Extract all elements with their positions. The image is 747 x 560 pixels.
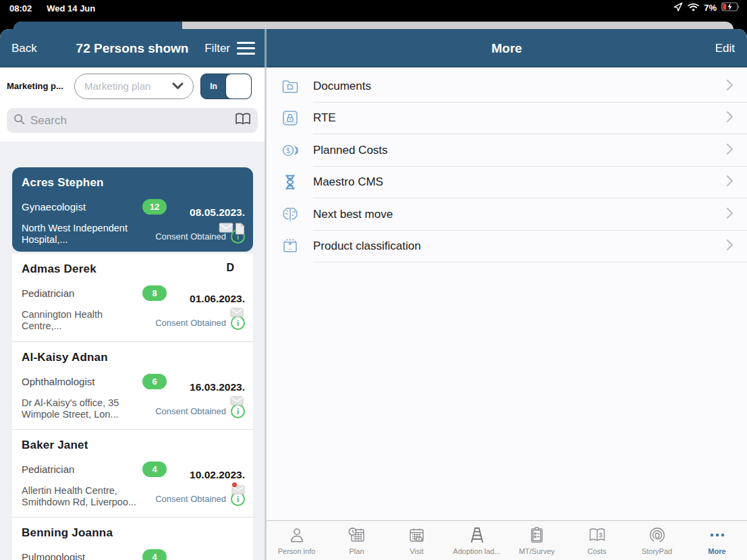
menu-hamburger-icon[interactable]: [237, 42, 255, 55]
more-menu-list: Documents: [267, 67, 747, 262]
fingerprint-icon: [648, 526, 666, 544]
menu-item-rte[interactable]: RTE: [267, 103, 747, 135]
marketing-plan-placeholder: Marketing plan: [84, 80, 172, 92]
tab-storypad[interactable]: StoryPad: [627, 521, 687, 560]
rte-lock-icon: [281, 109, 300, 128]
person-row-admas-derek[interactable]: D Admas Derek Pediatrician 8 Cannington …: [12, 254, 253, 341]
person-row-acres-stephen[interactable]: Acres Stephen Gynaecologist 12 North Wes…: [12, 167, 253, 252]
chevron-right-icon: [726, 143, 734, 158]
person-name: Benning Joanna: [22, 526, 244, 540]
section-index-letter: D: [226, 262, 234, 274]
tab-label: More: [708, 547, 725, 555]
envelope-notification-icon: [231, 485, 245, 497]
person-list: Acres Stephen Gynaecologist 12 North Wes…: [12, 167, 253, 560]
person-specialty: Ophthalmologist: [22, 376, 94, 387]
svg-text:$: $: [286, 147, 290, 155]
dna-icon: [281, 173, 300, 192]
envelope-icon: [230, 308, 244, 320]
search-row: [0, 105, 265, 142]
envelope-icon: [230, 396, 244, 408]
person-date: 08.05.2023.: [190, 206, 245, 219]
search-input[interactable]: [30, 114, 230, 128]
chevron-right-icon: [726, 207, 734, 222]
person-specialty: Pediatrician: [22, 287, 74, 299]
tab-mt-survey[interactable]: MT/Survey: [507, 521, 567, 560]
count-badge: 4: [142, 549, 167, 560]
menu-label: Documents: [313, 80, 371, 93]
tab-person-info[interactable]: Person info: [267, 521, 327, 560]
menu-item-planned-costs[interactable]: $ Planned Costs: [267, 134, 747, 167]
person-row-benning-joanna[interactable]: Benning Joanna Pulmonologist 4: [12, 517, 253, 560]
chevron-right-icon: [726, 79, 734, 94]
menu-label: RTE: [313, 111, 336, 125]
more-panel: More Edit Documents: [267, 29, 747, 560]
documents-folder-icon: [281, 77, 300, 96]
chevron-down-icon: [172, 80, 184, 92]
menu-item-documents[interactable]: Documents: [267, 70, 747, 103]
clipboard-icon: [528, 526, 545, 544]
wifi-icon: [688, 3, 699, 13]
chevron-right-icon: [726, 239, 734, 254]
person-specialty: Pulmonologist: [22, 551, 85, 560]
battery-charging-icon: [721, 2, 740, 13]
marketing-plan-filter-row: Marketing p... Marketing plan In: [0, 67, 265, 105]
person-list-panel: Back 72 Persons shown Filter Marketing p…: [0, 29, 265, 560]
more-title: More: [267, 41, 747, 56]
tab-label: Adoption lad...: [453, 547, 500, 555]
battery-percentage: 7%: [704, 3, 717, 13]
chevron-right-icon: [726, 111, 734, 125]
marketing-plan-label: Marketing p...: [7, 81, 74, 91]
menu-label: Next best move: [313, 208, 393, 221]
consent-status: Consent Obtained: [155, 406, 226, 416]
toggle-knob[interactable]: [226, 74, 251, 99]
person-name: Baker Janet: [22, 439, 244, 452]
menu-item-next-best-move[interactable]: Next best move: [267, 198, 747, 231]
book-dollar-icon: $: [588, 526, 607, 544]
tab-label: MT/Survey: [519, 547, 555, 555]
tab-more[interactable]: More: [687, 521, 747, 560]
person-icon: [288, 526, 306, 544]
calendar-eye-icon: [408, 526, 426, 544]
consent-status: Consent Obtained: [155, 231, 226, 242]
status-date: Wed 14 Jun: [47, 3, 95, 13]
person-list-header: Back 72 Persons shown Filter: [0, 29, 265, 67]
menu-label: Product classification: [313, 240, 421, 253]
search-box[interactable]: [7, 108, 258, 133]
document-icon: [235, 223, 245, 237]
edit-button[interactable]: Edit: [715, 42, 735, 55]
person-specialty: Pediatrician: [22, 464, 74, 475]
person-name: Al-Kaisy Adnan: [22, 351, 244, 364]
tab-plan[interactable]: Plan: [327, 521, 387, 560]
tab-costs[interactable]: $ Costs: [567, 521, 627, 560]
menu-label: Planned Costs: [313, 144, 388, 157]
app-window: Back 72 Persons shown Filter Marketing p…: [0, 29, 747, 560]
filter-button[interactable]: Filter: [204, 42, 230, 55]
marketing-plan-dropdown[interactable]: Marketing plan: [74, 74, 194, 99]
planned-costs-coin-icon: $: [281, 141, 300, 160]
address-book-icon[interactable]: [235, 113, 251, 128]
location-icon: [673, 2, 683, 13]
package-box-icon: [281, 237, 300, 256]
person-address: Dr Al-Kaisy's office, 35 Wimpole Street,…: [22, 397, 150, 420]
chevron-right-icon: [726, 175, 734, 190]
menu-label: Maestro CMS: [313, 175, 383, 189]
in-out-toggle[interactable]: In: [200, 74, 252, 99]
tab-label: Plan: [349, 547, 364, 555]
search-icon: [13, 113, 26, 128]
tab-label: Costs: [587, 547, 606, 555]
menu-item-product-classification[interactable]: Product classification: [267, 231, 747, 263]
menu-item-maestro-cms[interactable]: Maestro CMS: [267, 167, 747, 199]
person-row-baker-janet[interactable]: Baker Janet Pediatrician 4 Allertin Heal…: [12, 429, 253, 517]
person-date: 10.02.2023.: [190, 469, 245, 481]
ellipsis-icon: [708, 526, 727, 544]
tab-adoption-ladder[interactable]: Adoption lad...: [447, 521, 507, 560]
more-header: More Edit: [267, 29, 747, 67]
bottom-tab-bar: Person info Plan: [267, 520, 747, 560]
person-name: Acres Stephen: [22, 176, 244, 190]
status-bar: 08:02 Wed 14 Jun 7%: [0, 0, 747, 16]
person-specialty: Gynaecologist: [22, 201, 86, 213]
person-row-al-kaisy-adnan[interactable]: Al-Kaisy Adnan Ophthalmologist 6 Dr Al-K…: [12, 341, 253, 429]
envelope-icon: [219, 223, 233, 237]
tab-visit[interactable]: Visit: [387, 521, 447, 560]
consent-status: Consent Obtained: [155, 494, 226, 504]
